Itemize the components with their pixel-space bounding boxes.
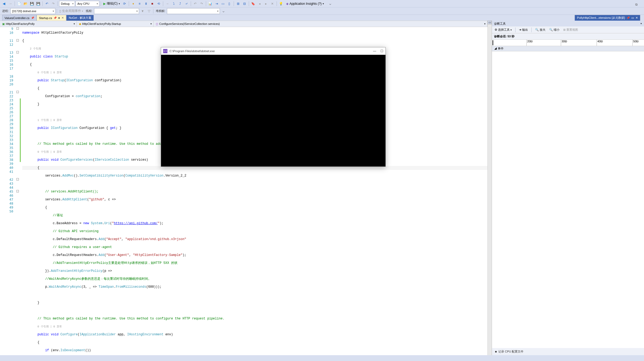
editor-scrollbar[interactable]: ▭ bbox=[487, 21, 492, 355]
select-tools-button[interactable]: ⚙选择工具▾ bbox=[494, 27, 513, 32]
layout-1-button[interactable]: ▭ bbox=[220, 1, 226, 7]
stop-button[interactable]: ■ bbox=[149, 1, 155, 7]
zoom-in-button[interactable]: 🔍放大 bbox=[534, 27, 547, 32]
cpu-profile-row[interactable]: 记录 CPU 配置文件 bbox=[495, 350, 641, 354]
pin-icon[interactable]: 📌 bbox=[627, 16, 630, 19]
pin-icon[interactable]: 📌 bbox=[54, 16, 57, 19]
step-out-button[interactable]: ⤴ bbox=[177, 1, 183, 7]
continue-label: 继续(C) bbox=[107, 1, 118, 6]
layout-2-button[interactable]: ▯ bbox=[226, 1, 232, 7]
toolbar-sep bbox=[249, 1, 249, 6]
minimize-button[interactable]: — bbox=[373, 49, 376, 53]
filter2-button[interactable]: ▽ bbox=[146, 8, 152, 14]
tab-pollyhttpclient[interactable]: PollyHttpClient...xtensions [从元数据] 📌 ▭ ✕ bbox=[575, 15, 640, 21]
overflow-button[interactable]: ⌵ bbox=[327, 1, 333, 7]
nav-class-combo[interactable]: ◆ HttpClientFactoryPolly.Startup bbox=[77, 21, 154, 27]
tab-nuget[interactable]: NuGet - 解决方案 bbox=[66, 15, 94, 21]
output-button[interactable]: ➜输出 bbox=[518, 27, 529, 32]
chart-button[interactable]: 📊 bbox=[207, 1, 213, 7]
fold-toggle[interactable]: - bbox=[16, 39, 19, 42]
nav-back-button[interactable]: ◀ bbox=[1, 1, 7, 7]
toolbar-sep bbox=[234, 1, 234, 6]
pin-icon[interactable]: 📌 bbox=[31, 16, 34, 19]
process-combo[interactable]: [31720] dotnet.exe bbox=[10, 8, 55, 14]
toolbar-sep bbox=[101, 1, 101, 6]
window-restore-button[interactable]: ⧉ bbox=[635, 3, 638, 6]
show-next-statement-button[interactable]: ≡ bbox=[137, 1, 143, 7]
continue-button[interactable]: ▶继续(C)▾ bbox=[102, 1, 121, 7]
step-into-button[interactable]: → bbox=[165, 1, 170, 7]
console-window[interactable]: C:\ C:\Program Files\dotnet\dotnet.exe —… bbox=[161, 47, 386, 167]
platform-value: Any CPU bbox=[77, 2, 89, 5]
tab-close-button[interactable]: ✕ bbox=[61, 16, 64, 20]
filter-button[interactable]: ▼ bbox=[140, 8, 145, 14]
stackframe-combo[interactable] bbox=[167, 8, 220, 14]
codelens-refs[interactable]: 1 个引用 | 0 异常 bbox=[38, 119, 62, 122]
toolbar-sep bbox=[515, 28, 516, 32]
toolbar-sep bbox=[42, 1, 43, 6]
fold-toggle[interactable]: - bbox=[16, 27, 19, 30]
main-toolbar: ◀ → 📄 📂 💾 💾 ↶ ↷ Debug Any CPU ▶继续(C)▾ ⟳ … bbox=[0, 0, 644, 7]
bookmark-button[interactable]: 🔖 bbox=[250, 1, 256, 7]
dbg-tool-2[interactable]: ↷ bbox=[199, 1, 205, 7]
open-file-button[interactable]: 📂 bbox=[23, 1, 28, 7]
pause-button[interactable]: ⏸ bbox=[143, 1, 149, 7]
reset-view-button[interactable]: ⊞重置视图 bbox=[562, 27, 579, 32]
thread-combo[interactable] bbox=[94, 8, 139, 14]
toolbar-sep bbox=[153, 9, 153, 13]
events-header[interactable]: ◢ 事件 bbox=[492, 46, 644, 51]
refresh-button[interactable]: ⟲ bbox=[156, 1, 162, 7]
ai-button[interactable]: 💡 bbox=[278, 1, 284, 7]
console-titlebar[interactable]: C:\ C:\Program Files\dotnet\dotnet.exe —… bbox=[161, 47, 385, 55]
overflow2-button[interactable]: ⌵ bbox=[220, 8, 226, 14]
split-handle[interactable]: ▭ bbox=[487, 21, 492, 24]
bm-next-button[interactable]: ▸ bbox=[263, 1, 269, 7]
toolbar-sep bbox=[206, 1, 206, 6]
new-item-button[interactable]: 📄 bbox=[16, 1, 22, 7]
indent-button[interactable]: ⇥ bbox=[214, 1, 220, 7]
timeline-tick: 20秒 bbox=[526, 40, 533, 46]
uncomment-button[interactable]: ⊟ bbox=[242, 1, 247, 7]
save-button[interactable]: 💾 bbox=[29, 1, 35, 7]
restart-button[interactable]: ⟳ bbox=[122, 1, 127, 7]
config-combo[interactable]: Debug bbox=[59, 1, 75, 7]
zoom-out-button[interactable]: 🔍缩小 bbox=[548, 27, 561, 32]
comment-button[interactable]: ⊞ bbox=[235, 1, 241, 7]
toolbar-sep bbox=[277, 1, 277, 6]
fold-toggle[interactable]: - bbox=[16, 91, 19, 93]
step-over-button[interactable]: ⤵ bbox=[171, 1, 177, 7]
step-marker-button[interactable]: ➧ bbox=[130, 1, 136, 7]
tab-close-button[interactable]: ✕ bbox=[636, 16, 638, 20]
step-back-button[interactable]: ⤶ bbox=[184, 1, 189, 7]
save-all-icon: 💾 bbox=[36, 2, 40, 6]
tab-startup[interactable]: Startup.cs 📌 ✕ bbox=[37, 15, 66, 21]
fold-toggle[interactable]: - bbox=[16, 190, 19, 192]
diag-timeline[interactable]: 20秒 30秒 40秒 50秒 bbox=[492, 40, 644, 46]
codelens-refs[interactable]: 0 个引用 | 0 异常 bbox=[38, 71, 62, 74]
fold-toggle[interactable]: - bbox=[16, 178, 19, 180]
bm-clear-button[interactable]: ✕ bbox=[269, 1, 275, 7]
dbg-tool-1[interactable]: ↶ bbox=[192, 1, 198, 7]
save-all-button[interactable]: 💾 bbox=[35, 1, 41, 7]
codelens-refs[interactable]: 2 个引用 bbox=[30, 47, 41, 50]
undo-button[interactable]: ↶ bbox=[44, 1, 50, 7]
nav-method-combo[interactable]: ◻ ConfigureServices(IServiceCollection s… bbox=[154, 21, 487, 27]
platform-combo[interactable]: Any CPU bbox=[75, 1, 99, 7]
tab-valuescontroller[interactable]: ValuesController.cs 📌 bbox=[2, 15, 37, 21]
chevron-down-icon: ▾ bbox=[119, 2, 120, 5]
codelens-refs[interactable]: 0 个引用 | 0 异常 bbox=[38, 325, 62, 328]
restart-icon: ⟳ bbox=[123, 2, 126, 6]
nav-project-combo[interactable]: ▣ HttpClientFactoryPolly bbox=[0, 21, 77, 27]
play-icon: ▶ bbox=[103, 2, 106, 6]
redo-button[interactable]: ↷ bbox=[50, 1, 56, 7]
fold-toggle[interactable]: - bbox=[16, 51, 19, 53]
appinsights-button[interactable]: ◈Application Insights (?)▾ bbox=[285, 1, 326, 7]
nav-fwd-button[interactable]: → bbox=[7, 1, 13, 7]
toolbar-sep bbox=[15, 1, 15, 6]
lifecycle-button[interactable]: ▯生命周期事件▾ bbox=[58, 8, 84, 14]
codelens-refs[interactable]: 0 个引用 | 0 异常 bbox=[38, 151, 62, 154]
bm-prev-button[interactable]: ◂ bbox=[257, 1, 263, 7]
chevron-down-icon[interactable]: ▾ bbox=[641, 22, 642, 25]
url-link[interactable]: https://api.github.com/ bbox=[114, 222, 158, 225]
maximize-button[interactable]: ☐ bbox=[380, 49, 383, 53]
